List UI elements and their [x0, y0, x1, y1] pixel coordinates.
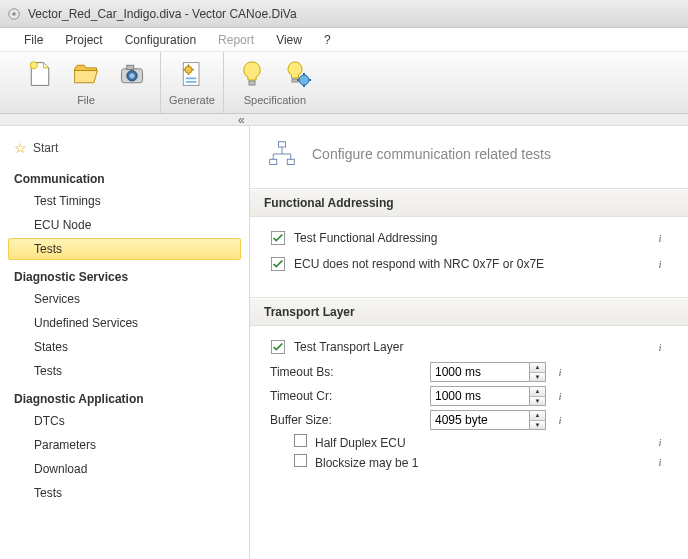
info-icon[interactable]: i	[652, 454, 668, 470]
input-buffer-size[interactable]: ▲▼	[430, 410, 546, 430]
svg-rect-15	[270, 159, 277, 164]
spec-bulb-button[interactable]	[232, 56, 272, 92]
window: Vector_Red_Car_Indigo.diva - Vector CANo…	[0, 0, 688, 559]
info-icon[interactable]: i	[552, 364, 568, 380]
sidebar-section-diagnostic-application: Diagnostic Application	[0, 384, 249, 408]
row-timeout-bs: Timeout Bs: ▲▼ i	[270, 362, 668, 382]
spinner-arrows[interactable]: ▲▼	[530, 386, 546, 406]
sidebar-item-tests-serv[interactable]: Tests	[8, 360, 241, 382]
open-file-button[interactable]	[66, 56, 106, 92]
spec-bulb-gear-button[interactable]	[278, 56, 318, 92]
menu-report[interactable]: Report	[208, 30, 264, 50]
svg-point-1	[12, 12, 16, 16]
new-file-button[interactable]	[20, 56, 60, 92]
label-functional-addressing: Test Functional Addressing	[294, 231, 646, 245]
timeout-bs-field[interactable]	[430, 362, 530, 382]
svg-rect-6	[127, 65, 134, 69]
row-nrc: ECU does not respond with NRC 0x7F or 0x…	[270, 253, 668, 275]
info-icon[interactable]: i	[652, 434, 668, 450]
ribbon-file-buttons	[20, 56, 152, 92]
sidebar-item-undefined-services[interactable]: Undefined Services	[8, 312, 241, 334]
menu-project[interactable]: Project	[55, 30, 112, 50]
sidebar-item-dtcs[interactable]: DTCs	[8, 410, 241, 432]
arrow-down-icon[interactable]: ▼	[530, 397, 545, 406]
sidebar-item-test-timings[interactable]: Test Timings	[8, 190, 241, 212]
menu-view[interactable]: View	[266, 30, 312, 50]
arrow-up-icon[interactable]: ▲	[530, 387, 545, 397]
sidebar-start[interactable]: ☆ Start	[0, 136, 249, 164]
sidebar-item-parameters[interactable]: Parameters	[8, 434, 241, 456]
spinner-arrows[interactable]: ▲▼	[530, 410, 546, 430]
generate-button[interactable]	[172, 56, 212, 92]
check-icon[interactable]	[270, 230, 286, 246]
info-icon[interactable]: i	[652, 230, 668, 246]
svg-point-5	[129, 73, 134, 78]
bulb-icon	[236, 58, 268, 90]
buffer-size-field[interactable]	[430, 410, 530, 430]
arrow-down-icon[interactable]: ▼	[530, 421, 545, 430]
row-test-functional-addressing: Test Functional Addressing i	[270, 227, 668, 249]
blocksize-wrap: Blocksize may be 1	[270, 454, 430, 470]
section-title-transport: Transport Layer	[250, 298, 688, 326]
label-blocksize: Blocksize may be 1	[315, 456, 418, 470]
ribbon: File Generate	[0, 52, 688, 114]
blocksize-checkbox[interactable]	[294, 454, 307, 467]
preview-file-button[interactable]	[112, 56, 152, 92]
info-icon[interactable]: i	[652, 256, 668, 272]
sidebar-item-services[interactable]: Services	[8, 288, 241, 310]
menu-configuration[interactable]: Configuration	[115, 30, 206, 50]
input-timeout-bs[interactable]: ▲▼	[430, 362, 546, 382]
input-timeout-cr[interactable]: ▲▼	[430, 386, 546, 406]
topology-icon	[266, 138, 298, 170]
section-functional-addressing: Functional Addressing Test Functional Ad…	[250, 188, 688, 297]
check-icon[interactable]	[270, 256, 286, 272]
ribbon-specification-label: Specification	[244, 94, 306, 106]
ribbon-generate-label: Generate	[169, 94, 215, 106]
row-test-transport-layer: Test Transport Layer i	[270, 336, 668, 358]
timeout-cr-field[interactable]	[430, 386, 530, 406]
spinner-arrows[interactable]: ▲▼	[530, 362, 546, 382]
sidebar-item-tests-app[interactable]: Tests	[8, 482, 241, 504]
star-icon: ☆	[14, 140, 27, 156]
collapse-chevron-icon[interactable]: «	[238, 114, 245, 126]
svg-rect-10	[186, 81, 197, 83]
arrow-down-icon[interactable]: ▼	[530, 373, 545, 382]
half-duplex-wrap: Half Duplex ECU	[270, 434, 430, 450]
label-nrc: ECU does not respond with NRC 0x7F or 0x…	[294, 257, 646, 271]
ribbon-group-file: File	[12, 52, 161, 113]
ribbon-file-label: File	[77, 94, 95, 106]
sidebar-item-states[interactable]: States	[8, 336, 241, 358]
arrow-up-icon[interactable]: ▲	[530, 363, 545, 373]
sidebar-item-download[interactable]: Download	[8, 458, 241, 480]
sidebar-item-ecu-node[interactable]: ECU Node	[8, 214, 241, 236]
section-title-functional: Functional Addressing	[250, 189, 688, 217]
sidebar-item-tests-comm[interactable]: Tests	[8, 238, 241, 260]
svg-rect-11	[249, 81, 255, 85]
camera-icon	[116, 58, 148, 90]
titlebar: Vector_Red_Car_Indigo.diva - Vector CANo…	[0, 0, 688, 28]
check-icon[interactable]	[270, 339, 286, 355]
label-timeout-cr: Timeout Cr:	[270, 389, 430, 403]
menu-help[interactable]: ?	[314, 30, 341, 50]
window-title: Vector_Red_Car_Indigo.diva - Vector CANo…	[28, 7, 297, 21]
page-title: Configure communication related tests	[312, 146, 551, 162]
svg-point-8	[185, 66, 192, 73]
half-duplex-checkbox[interactable]	[294, 434, 307, 447]
ribbon-group-generate: Generate	[161, 52, 224, 113]
sidebar-start-label: Start	[33, 141, 58, 155]
gear-document-icon	[176, 58, 208, 90]
sidebar-section-diagnostic-services: Diagnostic Services	[0, 262, 249, 286]
label-test-transport: Test Transport Layer	[294, 340, 646, 354]
label-half-duplex: Half Duplex ECU	[315, 436, 406, 450]
info-icon[interactable]: i	[652, 339, 668, 355]
body: ☆ Start Communication Test Timings ECU N…	[0, 126, 688, 559]
content-area: Configure communication related tests Fu…	[250, 126, 688, 559]
new-file-icon	[24, 58, 56, 90]
sidebar-section-communication: Communication	[0, 164, 249, 188]
sidebar: ☆ Start Communication Test Timings ECU N…	[0, 126, 250, 559]
info-icon[interactable]: i	[552, 388, 568, 404]
menu-file[interactable]: File	[14, 30, 53, 50]
bulb-gear-icon	[282, 58, 314, 90]
arrow-up-icon[interactable]: ▲	[530, 411, 545, 421]
info-icon[interactable]: i	[552, 412, 568, 428]
